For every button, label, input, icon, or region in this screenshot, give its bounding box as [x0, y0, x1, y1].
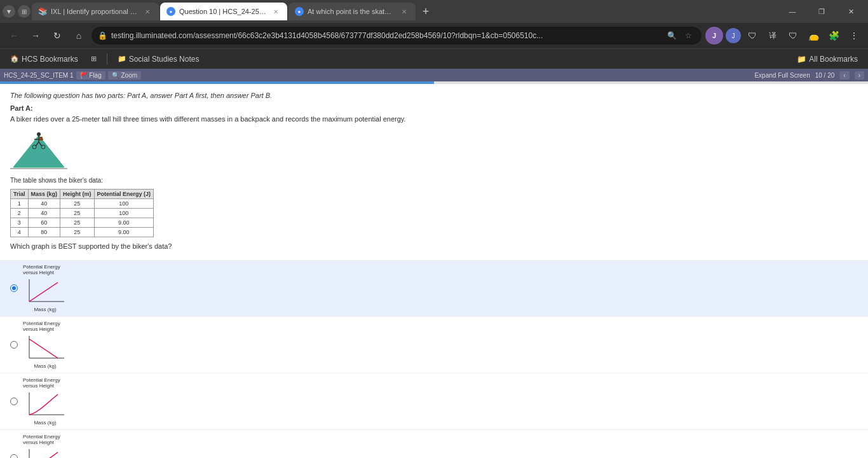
col-mass: Mass (kg) [28, 190, 60, 199]
page-content: HCS_24-25_SC_ITEM 1 🚩 Flag 🔍 Zoom Expand… [0, 69, 868, 458]
all-bookmarks-btn[interactable]: 📁 All Bookmarks [792, 52, 863, 66]
table-note: The table shows the biker's data: [10, 177, 858, 184]
all-bookmarks-icon: 📁 [797, 55, 806, 64]
part-a-description: A biker rides over a 25-meter tall hill … [10, 114, 858, 124]
radio-dot-a [12, 286, 16, 290]
toolbar-right: Expand Full Screen 10 / 20 ‹ › [754, 71, 864, 80]
test-name: HCS_24-25_SC_ITEM 1 [4, 72, 74, 79]
zoom-btn[interactable]: 🔍 Zoom [108, 71, 141, 80]
graph-c-ylabel: Potential Energyversus Height [23, 377, 67, 389]
radio-c[interactable] [10, 398, 18, 405]
bookmark-hcs[interactable]: 🏠 HCS Bookmarks [5, 52, 83, 66]
graph-b-svg [23, 333, 67, 361]
tab-title-skate: At which point is the skatebo... [308, 8, 395, 15]
new-tab-btn[interactable]: + [417, 3, 435, 20]
table-row: 360259.00 [11, 218, 154, 228]
browser-window: ▾ ⊞ 📚 IXL | Identify proportional relati… [0, 0, 868, 458]
ublock-icon[interactable]: 🛡 [743, 27, 761, 45]
main-content: The following question has two parts: Pa… [0, 84, 868, 260]
nav-prev-btn[interactable]: ‹ [839, 71, 849, 80]
graph-a-container: Potential Energyversus Height Mass (kg) [23, 264, 67, 312]
bookmark-grid[interactable]: ⊞ [86, 52, 102, 66]
graph-choice-c[interactable]: Potential Energyversus Height Mass (kg) [0, 373, 868, 430]
graph-choice-a[interactable]: Potential Energyversus Height Mass (kg) [0, 260, 868, 317]
minimize-btn[interactable]: — [778, 0, 807, 23]
profile-btn[interactable]: J [705, 27, 723, 45]
hill-illustration [10, 129, 858, 172]
close-btn[interactable]: ✕ [836, 0, 865, 23]
radio-b[interactable] [10, 341, 18, 349]
tab-skateboard[interactable]: ● At which point is the skatebo... ✕ [288, 3, 416, 20]
table-row: 480259.00 [11, 228, 154, 237]
radio-d[interactable] [10, 454, 18, 458]
security-icon: 🔒 [98, 31, 107, 40]
tab-close-skate[interactable]: ✕ [399, 6, 409, 17]
bookmark-social-label: Social Studies Notes [129, 55, 200, 64]
tab-close-q10[interactable]: ✕ [271, 6, 281, 17]
bookmark-social-studies[interactable]: 📁 Social Studies Notes [112, 52, 205, 66]
tab-dropdown-btn[interactable]: ▾ [3, 5, 15, 18]
graph-a-xlabel: Mass (kg) [23, 307, 67, 312]
tab-group-icon[interactable]: ⊞ [18, 5, 31, 18]
maximize-btn[interactable]: ❐ [807, 0, 836, 23]
folder-icon: 📁 [118, 55, 126, 63]
tab-favicon-skate: ● [295, 7, 304, 16]
tab-favicon-ixl: 📚 [38, 7, 47, 16]
nav-extensions: J J 🛡 译 🛡 👝 🧩 ⋮ [705, 27, 863, 45]
nav-bar: ← → ↻ ⌂ 🔒 testing.illuminateed.com/asses… [0, 23, 868, 48]
tab-title-ixl: IXL | Identify proportional relati... [51, 8, 139, 15]
address-bar[interactable]: 🔒 testing.illuminateed.com/assessment/66… [92, 27, 702, 45]
graph-d-container: Potential Energyversus Height Mass (kg) [23, 434, 67, 458]
flag-btn[interactable]: 🚩 Flag [76, 71, 105, 80]
table-row: 14025100 [11, 199, 154, 209]
tab-question10[interactable]: ● Question 10 | HCS_24-25_SC G... ✕ [160, 3, 287, 20]
grid-icon: ⊞ [91, 55, 97, 63]
col-trial: Trial [11, 190, 29, 199]
url-text: testing.illuminateed.com/assessment/66c6… [111, 31, 661, 40]
graph-b-xlabel: Mass (kg) [23, 363, 67, 369]
radio-a[interactable] [10, 284, 18, 292]
hill-svg [10, 129, 67, 170]
graph-c-svg [23, 389, 67, 418]
shield-icon[interactable]: 🛡 [784, 27, 802, 45]
expand-label: Expand Full Screen [754, 72, 810, 79]
graph-c-xlabel: Mass (kg) [23, 420, 67, 426]
back-btn[interactable]: ← [5, 27, 23, 45]
page-info: 10 / 20 [815, 72, 835, 79]
col-pe: Potential Energy (J) [94, 190, 154, 199]
data-table: Trial Mass (kg) Height (m) Potential Ene… [10, 189, 154, 237]
tab-bar-left: ▾ ⊞ [3, 5, 31, 18]
graph-question: Which graph is BEST supported by the bik… [10, 242, 858, 250]
puzzle-icon[interactable]: 🧩 [825, 27, 843, 45]
graph-choice-b[interactable]: Potential Energyversus Height Mass (kg) [0, 317, 868, 373]
tab-bar: ▾ ⊞ 📚 IXL | Identify proportional relati… [0, 0, 868, 23]
tab-title-q10: Question 10 | HCS_24-25_SC G... [179, 8, 267, 15]
tab-close-ixl[interactable]: ✕ [142, 6, 153, 17]
bookmark-star-icon[interactable]: ☆ [681, 29, 695, 43]
part-a-label: Part A: [10, 104, 858, 112]
table-row: 24025100 [11, 209, 154, 218]
reload-btn[interactable]: ↻ [48, 27, 66, 45]
graph-choice-d[interactable]: Potential Energyversus Height Mass (kg) [0, 430, 868, 458]
tab-ixl[interactable]: 📚 IXL | Identify proportional relati... … [32, 3, 159, 20]
hcs-icon: 🏠 [10, 55, 19, 63]
svg-point-1 [37, 132, 41, 136]
extension-j-btn[interactable]: J [726, 28, 741, 43]
wallet-icon[interactable]: 👝 [804, 27, 822, 45]
graph-d-ylabel: Potential Energyversus Height [23, 434, 67, 445]
window-controls: — ❐ ✕ [778, 0, 865, 23]
home-btn[interactable]: ⌂ [70, 27, 88, 45]
forward-btn[interactable]: → [27, 27, 44, 45]
graph-a-svg [23, 276, 67, 305]
graph-c-container: Potential Energyversus Height Mass (kg) [23, 377, 67, 426]
bookmark-divider [107, 53, 107, 65]
bookmarks-bar: 🏠 HCS Bookmarks ⊞ 📁 Social Studies Notes… [0, 48, 868, 69]
col-height: Height (m) [60, 190, 95, 199]
more-btn[interactable]: ⋮ [845, 27, 863, 45]
graph-b-ylabel: Potential Energyversus Height [23, 321, 67, 332]
translate-icon[interactable]: 译 [764, 27, 782, 45]
nav-next-btn[interactable]: › [855, 71, 864, 80]
search-icon[interactable]: 🔍 [665, 29, 679, 43]
toolbar-left: HCS_24-25_SC_ITEM 1 🚩 Flag 🔍 Zoom [4, 71, 141, 80]
assessment-toolbar: HCS_24-25_SC_ITEM 1 🚩 Flag 🔍 Zoom Expand… [0, 69, 868, 81]
